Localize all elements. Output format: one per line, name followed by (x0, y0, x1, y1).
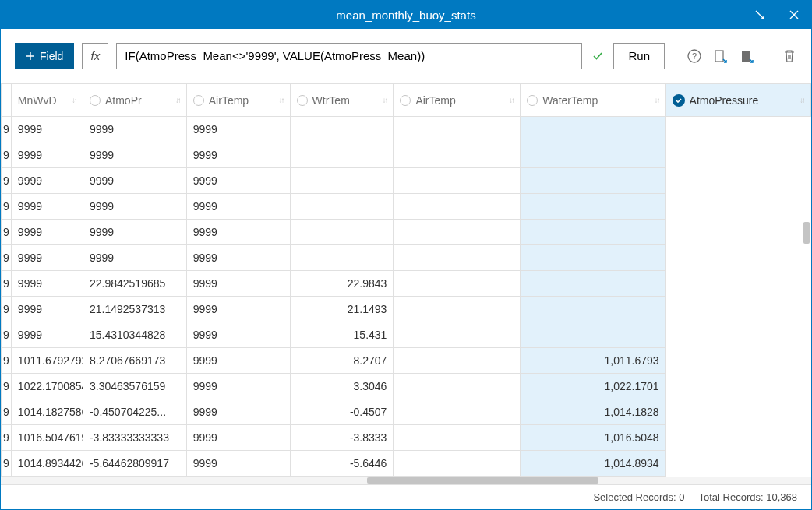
cell-atmopr[interactable]: 9999 (11, 142, 83, 168)
cell-airtemp_raw[interactable]: 9999 (83, 142, 186, 168)
cell-atmopressure[interactable] (521, 168, 665, 194)
table-row[interactable]: 91016.5047619-3.833333333339999-3.83331,… (2, 425, 811, 451)
sort-icon[interactable]: ↓↑ (655, 96, 659, 104)
cell-airtemp_raw[interactable]: 9999 (83, 117, 186, 142)
cell-mnwvd[interactable]: 9 (2, 168, 12, 194)
fx-indicator[interactable]: fx (82, 43, 108, 69)
cell-wtrtem[interactable]: 9999 (186, 220, 290, 245)
cell-atmopressure[interactable] (521, 271, 665, 297)
table-row[interactable]: 9999921.1492537313999921.1493 (2, 297, 811, 322)
column-header-airtemp[interactable]: AirTemp↓↑ (394, 84, 521, 117)
cell-mnwvd[interactable]: 9 (2, 245, 12, 271)
cell-atmopr[interactable]: 1014.18275862 (11, 399, 83, 425)
table-row[interactable]: 9999999999999 (2, 168, 811, 194)
cell-airtemp_raw[interactable]: 15.4310344828 (83, 322, 186, 348)
cell-airtemp_raw[interactable]: 9999 (83, 168, 186, 194)
cell-airtemp_raw[interactable]: 8.27067669173 (83, 348, 186, 374)
sort-icon[interactable]: ↓↑ (279, 96, 284, 104)
cell-atmopressure[interactable]: 1,011.6793 (521, 348, 665, 374)
column-header-leading[interactable] (2, 84, 12, 117)
delete-button[interactable] (782, 48, 797, 64)
cell-wtrtem[interactable]: 9999 (186, 297, 290, 322)
cell-atmopr[interactable]: 9999 (11, 297, 83, 322)
cell-atmopressure[interactable] (521, 117, 665, 142)
cell-airtemp[interactable]: 8.2707 (290, 348, 394, 374)
run-button[interactable]: Run (613, 43, 665, 69)
table-row[interactable]: 9999915.4310344828999915.431 (2, 322, 811, 348)
cell-airtemp[interactable] (290, 245, 394, 271)
column-header-wtrtem[interactable]: WtrTem↓↑ (290, 84, 394, 117)
sort-icon[interactable]: ↓↑ (382, 96, 387, 104)
cell-wtrtem[interactable]: 9999 (186, 374, 290, 399)
cell-atmopressure[interactable]: 1,014.1828 (521, 399, 665, 425)
cell-wtrtem[interactable]: 9999 (186, 142, 290, 168)
column-header-mnwvd[interactable]: MnWvD↓↑ (11, 84, 83, 117)
cell-airtemp[interactable] (290, 168, 394, 194)
cell-airtemp[interactable]: 21.1493 (290, 297, 394, 322)
cell-mnwvd[interactable]: 9 (2, 374, 12, 399)
cell-atmopressure[interactable] (521, 297, 665, 322)
cell-wtrtem[interactable]: 9999 (186, 399, 290, 425)
table-row[interactable]: 9999999999999 (2, 194, 811, 220)
cell-mnwvd[interactable]: 9 (2, 220, 12, 245)
vertical-scrollbar[interactable] (803, 222, 810, 244)
export-button[interactable] (740, 48, 755, 64)
cell-airtemp_raw[interactable]: 22.9842519685 (83, 271, 186, 297)
cell-mnwvd[interactable]: 9 (2, 425, 12, 451)
cell-wtrtem[interactable]: 9999 (186, 322, 290, 348)
cell-wtrtem[interactable]: 9999 (186, 271, 290, 297)
table-container[interactable]: MnWvD↓↑AtmoPr↓↑AirTemp↓↑WtrTem↓↑AirTemp↓… (1, 83, 811, 484)
cell-atmopressure[interactable]: 1,016.5048 (521, 425, 665, 451)
cell-wtrtem[interactable]: 9999 (186, 245, 290, 271)
table-row[interactable]: 91014.18275862-0.450704225...9999-0.4507… (2, 399, 811, 425)
cell-airtemp[interactable]: -3.8333 (290, 425, 394, 451)
cell-airtemp_raw[interactable]: 9999 (83, 245, 186, 271)
cell-atmopr[interactable]: 9999 (11, 194, 83, 220)
cell-airtemp[interactable]: 22.9843 (290, 271, 394, 297)
cell-airtemp[interactable] (290, 220, 394, 245)
table-row[interactable]: 9999999999999 (2, 220, 811, 245)
cell-atmopressure[interactable] (521, 194, 665, 220)
cell-atmopressure[interactable] (521, 322, 665, 348)
cell-mnwvd[interactable]: 9 (2, 142, 12, 168)
cell-mnwvd[interactable]: 9 (2, 297, 12, 322)
cell-watertemp[interactable] (394, 425, 521, 451)
cell-mnwvd[interactable]: 9 (2, 194, 12, 220)
cell-atmopr[interactable]: 9999 (11, 322, 83, 348)
cell-airtemp[interactable]: 15.431 (290, 322, 394, 348)
cell-wtrtem[interactable]: 9999 (186, 425, 290, 451)
column-header-atmopr[interactable]: AtmoPr↓↑ (83, 84, 186, 117)
cell-atmopressure[interactable]: 1,014.8934 (521, 451, 665, 477)
cell-watertemp[interactable] (394, 168, 521, 194)
table-row[interactable]: 9999999999999 (2, 142, 811, 168)
cell-watertemp[interactable] (394, 399, 521, 425)
table-row[interactable]: 9999922.9842519685999922.9843 (2, 271, 811, 297)
cell-atmopr[interactable]: 1016.5047619 (11, 425, 83, 451)
cell-airtemp[interactable]: -5.6446 (290, 451, 394, 477)
cell-atmopr[interactable]: 9999 (11, 117, 83, 142)
column-header-airtemp_raw[interactable]: AirTemp↓↑ (186, 84, 290, 117)
cell-atmopressure[interactable]: 1,022.1701 (521, 374, 665, 399)
cell-airtemp[interactable] (290, 142, 394, 168)
cell-atmopr[interactable]: 9999 (11, 168, 83, 194)
cell-mnwvd[interactable]: 9 (2, 451, 12, 477)
cell-watertemp[interactable] (394, 220, 521, 245)
table-row[interactable]: 9999999999999 (2, 117, 811, 142)
cell-watertemp[interactable] (394, 194, 521, 220)
cell-atmopr[interactable]: 9999 (11, 271, 83, 297)
cell-atmopr[interactable]: 1014.89344262 (11, 451, 83, 477)
horizontal-scrollbar[interactable] (367, 477, 598, 484)
minimize-button[interactable] (743, 1, 777, 29)
cell-wtrtem[interactable]: 9999 (186, 348, 290, 374)
cell-airtemp_raw[interactable]: 9999 (83, 220, 186, 245)
sort-icon[interactable]: ↓↑ (509, 96, 514, 104)
cell-watertemp[interactable] (394, 117, 521, 142)
help-button[interactable]: ? (687, 48, 702, 64)
cell-airtemp[interactable] (290, 117, 394, 142)
cell-airtemp_raw[interactable]: -0.450704225... (83, 399, 186, 425)
cell-airtemp[interactable]: -0.4507 (290, 399, 394, 425)
close-button[interactable] (777, 1, 811, 29)
table-row[interactable]: 9999999999999 (2, 245, 811, 271)
sort-icon[interactable]: ↓↑ (800, 96, 804, 104)
cell-airtemp_raw[interactable]: 3.30463576159 (83, 374, 186, 399)
